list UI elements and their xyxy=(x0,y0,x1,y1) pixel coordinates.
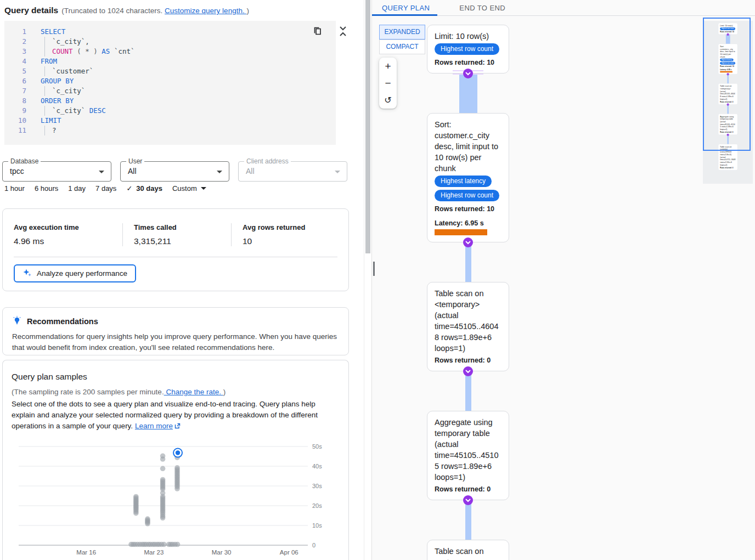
sql-code-text: FROM xyxy=(41,56,57,66)
line-number: 2 xyxy=(4,37,26,47)
plan-connector xyxy=(459,73,477,113)
sql-code-text: SELECT xyxy=(41,27,65,37)
stats-divider xyxy=(14,257,337,257)
time-range-label: 30 days xyxy=(136,184,162,193)
page-title: Query details(Truncated to 1024 characte… xyxy=(4,5,249,15)
analyze-query-performance-button[interactable]: Analyze query performance xyxy=(14,264,136,282)
plan-canvas[interactable]: EXPANDEDCOMPACT +−↺ Limit: 10 row(s)High… xyxy=(372,16,755,560)
plan-node-4[interactable]: Aggregate using temporary table (actual … xyxy=(427,411,509,500)
recommendations-card: Recommendations Recommendations for quer… xyxy=(2,307,349,355)
time-range-7-days[interactable]: 7 days xyxy=(95,184,116,193)
filter-label: Database xyxy=(8,157,41,165)
y-axis-tick-label: 30s xyxy=(312,483,322,489)
zoom-out-button[interactable]: − xyxy=(379,75,397,92)
sample-dot[interactable] xyxy=(160,466,166,472)
recommendations-title: Recommendations xyxy=(27,317,98,326)
sql-code-text: ? xyxy=(41,126,57,135)
panel-resize-handle[interactable] xyxy=(373,262,375,276)
plan-node-title: Table scan on customer (cost=199100 rows… xyxy=(435,546,502,560)
scrollbar-thumb[interactable] xyxy=(365,0,370,253)
collapse-node-icon[interactable] xyxy=(463,237,473,247)
plan-connector xyxy=(465,242,471,282)
x-axis-tick-label: Apr 06 xyxy=(280,549,298,556)
sql-code-line: 9`c_city` DESC xyxy=(4,106,336,116)
sample-dot[interactable] xyxy=(160,456,166,462)
zoom-reset-button[interactable]: ↺ xyxy=(379,92,397,109)
collapse-node-icon[interactable] xyxy=(463,69,473,78)
rows-returned-value: Rows returned: 10 xyxy=(435,205,502,213)
plan-connector xyxy=(465,500,471,540)
line-number: 4 xyxy=(4,56,26,66)
sql-code-text: `c_city` xyxy=(41,86,85,96)
filter-value: tpcc xyxy=(10,167,24,176)
badge-highest-row-count: Highest row count xyxy=(435,190,499,201)
scatter-svg: 010s20s30s40s50sMar 16Mar 23Mar 30Apr 06 xyxy=(3,439,348,560)
sample-dot[interactable] xyxy=(161,542,167,547)
x-axis-tick-label: Mar 16 xyxy=(76,549,96,556)
customize-query-length-link[interactable]: Customize query length. xyxy=(165,7,246,15)
time-range-6-hours[interactable]: 6 hours xyxy=(35,184,58,193)
view-mode-expanded[interactable]: EXPANDED xyxy=(379,25,425,39)
change-rate-link[interactable]: Change the rate. xyxy=(164,388,223,396)
badge-highest-row-count: Highest row count xyxy=(435,43,499,55)
line-number: 11 xyxy=(4,126,26,135)
plan-node-5[interactable]: Table scan on customer (cost=199100 rows… xyxy=(427,540,509,560)
plan-minimap[interactable]: Limit: 10 row(s)Highest row countRows re… xyxy=(703,21,753,184)
minimap-viewport[interactable] xyxy=(703,18,751,151)
y-axis-tick-label: 20s xyxy=(312,502,322,509)
collapse-icon[interactable] xyxy=(339,25,347,37)
line-number: 7 xyxy=(4,86,26,96)
query-plan-panel: QUERY PLANEND TO END EXPANDEDCOMPACT +−↺… xyxy=(371,0,755,560)
learn-more-link[interactable]: Learn more xyxy=(135,422,173,430)
time-range-label: 6 hours xyxy=(35,184,58,193)
y-axis-tick-label: 0 xyxy=(312,542,315,548)
time-range-30-days[interactable]: ✓30 days xyxy=(126,184,162,193)
time-range-label: 1 day xyxy=(68,184,86,193)
sample-dot[interactable] xyxy=(145,516,150,522)
time-range-label: 1 hour xyxy=(4,184,25,193)
stat-value: 3,315,211 xyxy=(134,236,231,246)
left-panel-scrollbar xyxy=(364,0,371,560)
stat-value: 10 xyxy=(243,236,348,246)
time-range-1-hour[interactable]: 1 hour xyxy=(4,184,25,193)
copy-icon[interactable] xyxy=(313,26,324,37)
plan-node-title: Limit: 10 row(s) xyxy=(435,31,502,42)
x-axis-tick-label: Mar 30 xyxy=(212,549,232,556)
sparkle-icon xyxy=(22,268,32,279)
sql-code-text: ORDER BY xyxy=(41,96,74,106)
x-axis-tick-label: Mar 23 xyxy=(144,549,164,556)
samples-description: Select one of the dots to see a query pl… xyxy=(3,396,332,432)
query-details-title: Query details xyxy=(4,5,58,15)
dropdown-arrow-icon xyxy=(99,171,104,173)
view-mode-toggle: EXPANDEDCOMPACT xyxy=(379,25,425,54)
tab-end-to-end[interactable]: END TO END xyxy=(454,0,511,15)
tab-query-plan[interactable]: QUERY PLAN xyxy=(372,0,437,15)
view-mode-compact[interactable]: COMPACT xyxy=(379,39,425,54)
rows-returned-value: Rows returned: 0 xyxy=(435,357,502,364)
sample-dot[interactable] xyxy=(160,516,166,521)
filter-label: User xyxy=(126,157,144,165)
sql-code-line: 1SELECT xyxy=(4,27,336,37)
zoom-in-button[interactable]: + xyxy=(379,58,397,75)
time-range-custom[interactable]: Custom xyxy=(172,184,206,193)
sql-code-text: `c_city` DESC xyxy=(41,106,106,116)
sample-dot[interactable] xyxy=(133,494,139,500)
samples-title: Query plan samples xyxy=(3,360,348,382)
samples-scatter-chart[interactable]: 010s20s30s40s50sMar 16Mar 23Mar 30Apr 06 xyxy=(3,439,348,560)
sample-dot[interactable] xyxy=(175,542,181,547)
collapse-node-icon[interactable] xyxy=(463,495,473,505)
plan-node-3[interactable]: Table scan on <temporary> (actual time=4… xyxy=(427,282,509,371)
selected-sample-dot[interactable] xyxy=(176,450,180,455)
plan-node-1[interactable]: Limit: 10 row(s)Highest row countRows re… xyxy=(427,25,509,73)
rows-returned-value: Rows returned: 0 xyxy=(720,167,736,168)
time-range-1-day[interactable]: 1 day xyxy=(68,184,86,193)
rate-note-prefix: (The sampling rate is 200 samples per mi… xyxy=(12,388,164,396)
collapse-node-icon[interactable] xyxy=(463,366,473,376)
dropdown-arrow-icon xyxy=(335,171,340,173)
filter-database[interactable]: Databasetpcc xyxy=(2,161,111,182)
filter-user[interactable]: UserAll xyxy=(120,161,229,182)
dropdown-arrow-icon xyxy=(217,171,222,173)
y-axis-tick-label: 10s xyxy=(312,522,322,529)
plan-node-2[interactable]: Sort: customer.c_city desc, limit input … xyxy=(427,113,509,242)
sample-dot[interactable] xyxy=(174,486,180,491)
